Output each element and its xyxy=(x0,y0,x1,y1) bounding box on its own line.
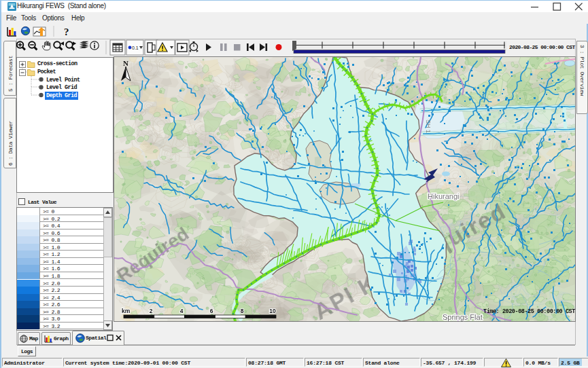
svg-text:Time: 2020-08-25 00:00:00 CST: Time: 2020-08-25 00:00:00 CST xyxy=(483,308,575,315)
svg-text:2: 2 xyxy=(150,308,153,314)
svg-text:N: N xyxy=(123,59,128,67)
svg-text:10: 10 xyxy=(269,308,276,314)
svg-text:8: 8 xyxy=(241,308,244,314)
svg-text:km: km xyxy=(122,308,131,314)
svg-text:Springs Flat: Springs Flat xyxy=(443,313,483,321)
svg-text:4: 4 xyxy=(180,308,184,314)
svg-text:6: 6 xyxy=(210,308,213,314)
svg-text:?: ? xyxy=(64,26,69,37)
svg-text:SH 1: SH 1 xyxy=(425,119,432,133)
svg-text:0.1: 0.1 xyxy=(132,45,139,50)
svg-text:Hikurangi: Hikurangi xyxy=(428,192,459,200)
